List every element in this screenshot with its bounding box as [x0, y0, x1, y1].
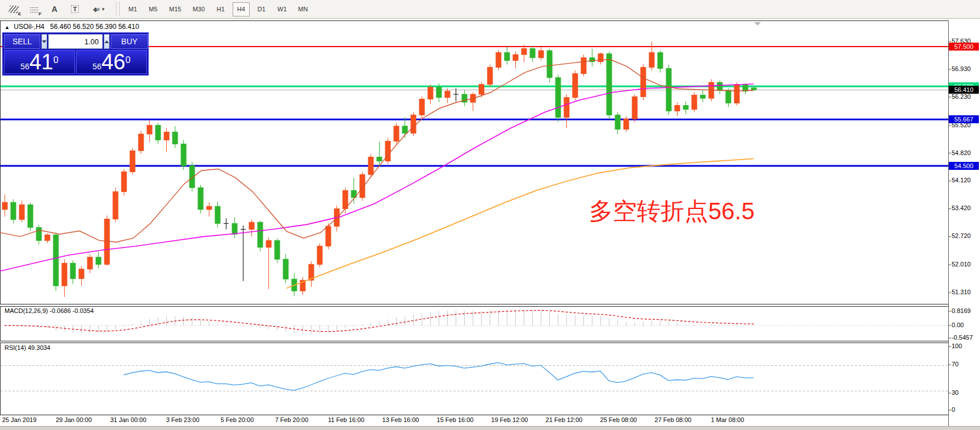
sell-price-display[interactable]: 56410	[4, 50, 75, 74]
ohlc-values: 56.460 56.520 56.390 56.410	[50, 23, 139, 31]
triangle-up-icon	[104, 40, 109, 43]
volume-decrease-button[interactable]	[41, 34, 47, 49]
time-axis-label: 27 Feb 08:00	[646, 416, 700, 423]
macd-tick-label: 0.00	[952, 322, 964, 328]
buy-price-whole: 56	[92, 61, 102, 72]
time-axis-label: 1 Mar 08:00	[700, 416, 755, 423]
time-axis-label: 7 Feb 20:00	[264, 416, 319, 423]
rsi-tick-label: 70	[952, 361, 958, 368]
window-bottom-strip	[0, 426, 980, 430]
buy-price-display[interactable]: 56460	[76, 50, 147, 74]
level-price-badge: 57.500	[949, 43, 979, 51]
price-tick-label: 54.120	[952, 177, 971, 183]
time-axis-label: 3 Feb 23:00	[155, 416, 210, 423]
time-axis-label: 21 Feb 12:00	[537, 416, 591, 423]
symbol-name: USOil-,H4	[14, 23, 44, 31]
volume-increase-button[interactable]	[104, 34, 110, 49]
rsi-tick-label: 30	[952, 389, 958, 396]
price-tick-label: 54.820	[952, 149, 971, 156]
time-axis-label: 11 Feb 16:00	[319, 416, 373, 423]
time-axis-label: 13 Feb 16:00	[373, 416, 428, 423]
rsi-tick-label: 100	[952, 343, 962, 349]
level-price-badge: 55.667	[949, 115, 979, 123]
macd-label: MACD(12,26,9) -0.0686 -0.0354	[5, 307, 94, 314]
price-tick-label: 51.310	[952, 289, 971, 295]
chart-text-annotation: 多空转折点56.5	[589, 195, 755, 227]
time-axis-label: 15 Feb 16:00	[428, 416, 482, 423]
price-tick-label: 53.420	[952, 204, 971, 211]
current-price-badge: 56.410	[949, 86, 979, 94]
symbol-collapse-icon[interactable]: ▲	[5, 24, 10, 30]
rsi-tick-label: 0	[952, 406, 955, 413]
time-axis-label: 19 Feb 12:00	[482, 416, 537, 423]
macd-tick-label: 0.8169	[952, 307, 971, 314]
buy-price-point: 0	[125, 51, 131, 70]
sell-price-pips: 41	[30, 52, 53, 72]
rsi-label: RSI(14) 49.3034	[5, 344, 51, 351]
sell-price-whole: 56	[20, 61, 30, 72]
panel-splitter-macd[interactable]	[0, 304, 948, 307]
sell-button[interactable]: SELL	[4, 34, 40, 49]
panel-splitter-rsi[interactable]	[0, 341, 948, 344]
one-click-trading-panel: SELL BUY 56410 56460	[2, 32, 149, 76]
time-axis-label: 31 Jan 00:00	[101, 416, 155, 423]
time-axis-label: 25 Jan 2019	[0, 416, 47, 423]
buy-price-pips: 46	[102, 52, 125, 72]
triangle-down-icon	[42, 40, 47, 43]
macd-tick-label: -0.5457	[952, 334, 973, 341]
buy-button[interactable]: BUY	[111, 34, 148, 49]
volume-input[interactable]	[48, 34, 103, 49]
price-tick-label: 52.010	[952, 261, 971, 268]
time-axis-label: 25 Feb 08:00	[591, 416, 646, 423]
sell-price-point: 0	[53, 51, 58, 70]
price-tick-label: 56.930	[952, 65, 971, 72]
price-tick-label: 52.720	[952, 232, 971, 239]
chart-title: ▲ USOil-,H4 56.460 56.520 56.390 56.410	[5, 23, 139, 31]
level-price-badge: 54.500	[949, 162, 979, 170]
time-axis-label: 29 Jan 00:00	[47, 416, 101, 423]
time-axis-label: 5 Feb 20:00	[210, 416, 264, 423]
price-tick-label: 56.230	[952, 93, 971, 100]
